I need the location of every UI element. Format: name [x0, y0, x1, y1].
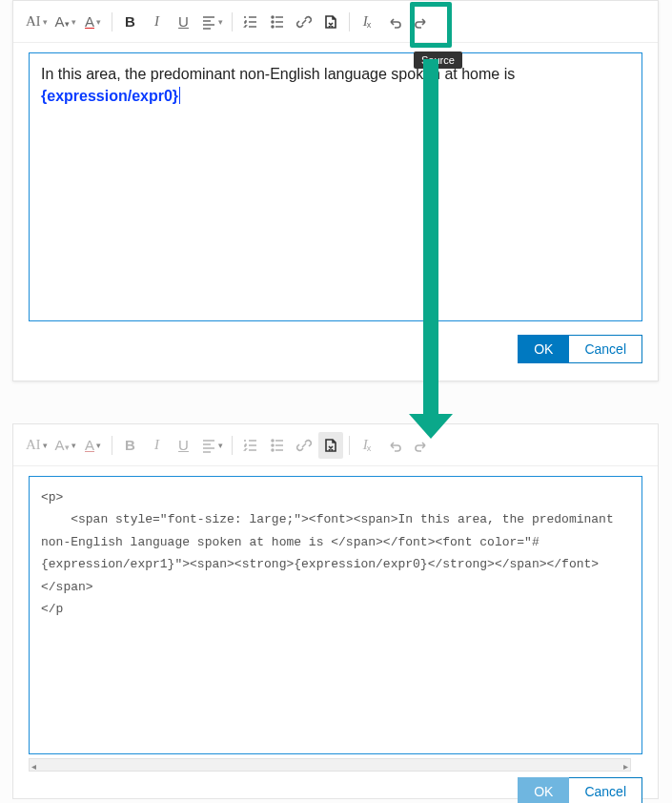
align-dropdown[interactable]: ▾ — [198, 9, 226, 35]
underline-button[interactable]: U — [172, 432, 196, 459]
link-button[interactable] — [292, 9, 316, 35]
link-button[interactable] — [292, 432, 316, 459]
toolbar-bottom: AI▾ A▾▾ A▾ B I U ▾ Ix — [13, 424, 658, 466]
svg-point-3 — [272, 440, 274, 442]
toolbar-top: AI▾ A▾▾ A▾ B I U ▾ Ix — [13, 1, 658, 43]
source-icon — [323, 14, 338, 30]
unordered-list-icon — [270, 438, 285, 453]
ordered-list-icon — [243, 438, 258, 453]
clear-format-button[interactable]: Ix — [356, 9, 380, 35]
cancel-button[interactable]: Cancel — [569, 777, 642, 803]
font-color-dropdown[interactable]: A▾ — [81, 432, 106, 459]
text-cursor — [179, 87, 180, 104]
undo-button[interactable] — [382, 9, 407, 35]
link-icon — [296, 438, 312, 453]
separator — [232, 436, 233, 455]
align-dropdown[interactable]: ▾ — [198, 432, 226, 459]
source-code-area[interactable]: <p> <span style="font-size: large;"><fon… — [29, 476, 642, 754]
separator — [112, 436, 112, 455]
align-icon — [201, 14, 216, 30]
unordered-list-icon — [270, 14, 285, 30]
cancel-button[interactable]: Cancel — [569, 335, 642, 363]
ordered-list-button[interactable] — [238, 9, 263, 35]
undo-button[interactable] — [382, 432, 407, 459]
separator — [232, 12, 233, 31]
redo-icon — [414, 14, 429, 30]
svg-point-0 — [272, 16, 274, 18]
font-size-dropdown[interactable]: A▾▾ — [52, 9, 79, 35]
ordered-list-button[interactable] — [238, 432, 263, 459]
redo-icon — [414, 438, 429, 453]
ordered-list-icon — [243, 14, 258, 30]
rich-text-editor-top: AI▾ A▾▾ A▾ B I U ▾ Ix — [12, 0, 659, 381]
source-button[interactable] — [318, 9, 343, 35]
redo-button[interactable] — [409, 9, 434, 35]
align-icon — [201, 438, 216, 453]
unordered-list-button[interactable] — [265, 9, 290, 35]
undo-icon — [387, 14, 402, 30]
unordered-list-button[interactable] — [265, 432, 290, 459]
dialog-footer-bottom: OK Cancel — [29, 777, 642, 803]
italic-button[interactable]: I — [145, 432, 170, 459]
italic-button[interactable]: I — [145, 9, 170, 35]
scroll-right-icon: ▸ — [623, 761, 628, 772]
expression-token: {expression/expr0} — [41, 88, 178, 104]
svg-point-5 — [272, 449, 274, 451]
separator — [112, 12, 112, 31]
font-family-dropdown[interactable]: AI▾ — [23, 432, 51, 459]
scroll-left-icon: ◂ — [31, 761, 36, 772]
undo-icon — [387, 438, 402, 453]
rich-text-editor-bottom: AI▾ A▾▾ A▾ B I U ▾ Ix <p> — [12, 423, 659, 799]
horizontal-scrollbar[interactable]: ◂ ▸ — [29, 758, 631, 772]
source-button[interactable] — [318, 432, 343, 459]
svg-point-4 — [272, 444, 274, 446]
dialog-footer-top: OK Cancel — [29, 335, 642, 363]
underline-button[interactable]: U — [172, 9, 196, 35]
link-icon — [296, 14, 312, 30]
ok-button[interactable]: OK — [518, 777, 569, 803]
separator — [349, 12, 350, 31]
editor-content-area[interactable]: In this area, the predominant non-Englis… — [29, 52, 642, 321]
svg-point-2 — [272, 26, 274, 28]
source-icon — [323, 438, 338, 453]
annotation-arrow — [423, 59, 438, 418]
ok-button[interactable]: OK — [518, 335, 569, 363]
bold-button[interactable]: B — [118, 432, 143, 459]
separator — [349, 436, 350, 455]
font-family-dropdown[interactable]: AI▾ — [23, 9, 51, 35]
bold-button[interactable]: B — [118, 9, 143, 35]
svg-point-1 — [272, 21, 274, 23]
font-size-dropdown[interactable]: A▾▾ — [52, 432, 79, 459]
clear-format-button[interactable]: Ix — [356, 432, 380, 459]
font-color-dropdown[interactable]: A▾ — [81, 9, 106, 35]
